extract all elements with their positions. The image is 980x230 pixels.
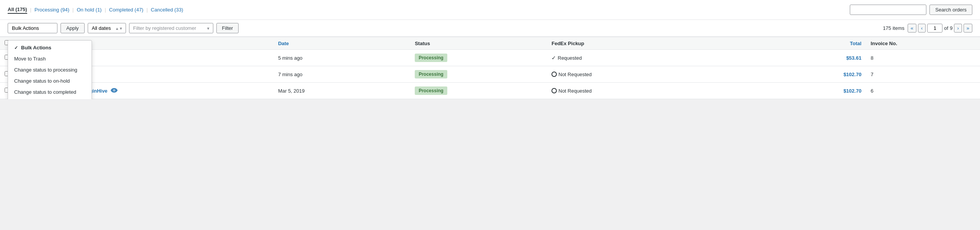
fedex-requested: ✓ Requested	[551, 55, 748, 61]
tab-separator: |	[72, 7, 74, 13]
table-area: Date Status FedEx Pickup Total Invoice N…	[0, 37, 980, 99]
tab-separator: |	[146, 7, 147, 13]
filters-bar: Bulk Actions Apply All dates ▲▼ Filter b…	[0, 20, 980, 37]
invoice-number: 7	[866, 66, 980, 83]
invoice-number: 6	[866, 83, 980, 99]
fedex-not-requested: Not Requested	[551, 72, 748, 77]
checkmark-icon: ✓	[14, 45, 18, 51]
status-tabs: All (175)|Processing (94)|On hold (1)|Co…	[8, 6, 183, 14]
first-page-button[interactable]: «	[908, 24, 916, 33]
bulk-actions-dropdown: ✓Bulk ActionsMove to TrashChange status …	[8, 40, 92, 99]
order-total: $102.70	[752, 66, 866, 83]
filter-button[interactable]: Filter	[216, 23, 239, 33]
order-date: Mar 5, 2019	[273, 83, 410, 99]
search-input[interactable]	[850, 5, 926, 15]
tab-separator: |	[30, 7, 31, 13]
status-tab-completed[interactable]: Completed (47)	[109, 6, 144, 13]
order-date: 7 mins ago	[273, 66, 410, 83]
search-area: Search orders	[850, 5, 972, 15]
fedex-status: ✓ Requested	[547, 50, 752, 66]
top-bar: All (175)|Processing (94)|On hold (1)|Co…	[0, 0, 980, 20]
status-tab-processing[interactable]: Processing (94)	[34, 6, 69, 13]
status-tab-cancelled[interactable]: Cancelled (33)	[151, 6, 183, 13]
checkmark-icon: ✓	[551, 55, 556, 61]
customer-filter-wrapper: Filter by registered customer ▼	[129, 23, 213, 33]
page-number-input[interactable]	[927, 24, 942, 33]
bulk-actions-wrapper: Bulk Actions	[8, 23, 57, 33]
of-label: of	[944, 25, 948, 31]
dropdown-item-3[interactable]: Change status to on-hold	[8, 75, 92, 86]
col-fedex-header: FedEx Pickup	[547, 37, 752, 50]
preview-eye-icon[interactable]	[111, 87, 118, 94]
table-row: #742 Devesh PluginHive Mar 5, 2019Proces…	[0, 83, 980, 99]
col-invoice-header: Invoice No.	[866, 37, 980, 50]
fedex-not-requested: Not Requested	[551, 88, 748, 94]
status-badge: Processing	[415, 86, 447, 95]
orders-table: Date Status FedEx Pickup Total Invoice N…	[0, 37, 980, 99]
dropdown-item-4[interactable]: Change status to completed	[8, 86, 92, 98]
circle-icon	[551, 72, 557, 77]
col-date-header[interactable]: Date	[273, 37, 410, 50]
col-total-header: Total	[752, 37, 866, 50]
status-tab-on-hold[interactable]: On hold (1)	[77, 6, 101, 13]
items-count: 175 items	[883, 25, 904, 31]
status-tab-all[interactable]: All (175)	[8, 6, 27, 14]
invoice-number: 8	[866, 50, 980, 66]
last-page-button[interactable]: »	[964, 24, 972, 33]
search-button[interactable]: Search orders	[929, 5, 972, 15]
total-pages: 9	[950, 25, 952, 31]
order-total: $53.61	[752, 50, 866, 66]
apply-button[interactable]: Apply	[61, 23, 85, 33]
dropdown-item-5[interactable]: Remove personal data	[8, 98, 92, 99]
fedex-status: Not Requested	[547, 83, 752, 99]
table-row: 5 mins agoProcessing✓ Requested$53.618	[0, 50, 980, 66]
dropdown-item-2[interactable]: Change status to processing	[8, 64, 92, 75]
dropdown-item-1[interactable]: Move to Trash	[8, 53, 92, 64]
tab-separator: |	[105, 7, 106, 13]
circle-icon	[551, 88, 557, 93]
dropdown-item-0[interactable]: ✓Bulk Actions	[8, 42, 92, 53]
table-header-row: Date Status FedEx Pickup Total Invoice N…	[0, 37, 980, 50]
dates-select-wrapper: All dates ▲▼	[88, 23, 126, 33]
dates-select[interactable]: All dates	[88, 23, 126, 33]
svg-point-5	[113, 90, 114, 91]
table-row: 7 mins agoProcessing Not Requested$102.7…	[0, 66, 980, 83]
order-date: 5 mins ago	[273, 50, 410, 66]
fedex-status: Not Requested	[547, 66, 752, 83]
order-total: $102.70	[752, 83, 866, 99]
next-page-button[interactable]: ›	[954, 24, 962, 33]
bulk-actions-select[interactable]: Bulk Actions	[8, 23, 57, 33]
status-badge: Processing	[415, 70, 447, 78]
pagination-area: 175 items « ‹ of 9 › »	[883, 24, 972, 33]
status-badge: Processing	[415, 54, 447, 62]
customer-filter-select[interactable]: Filter by registered customer	[129, 23, 213, 33]
prev-page-button[interactable]: ‹	[918, 24, 926, 33]
col-status-header: Status	[410, 37, 547, 50]
